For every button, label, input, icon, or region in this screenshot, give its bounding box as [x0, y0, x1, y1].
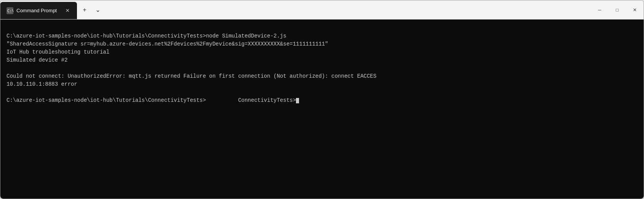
window-controls: ─ □ ✕ [591, 0, 644, 19]
svg-text:C:\: C:\ [7, 9, 13, 13]
terminal-line: Could not connect: UnauthorizedError: mq… [7, 72, 637, 80]
terminal-window: C:\ Command Prompt ✕ + ⌄ ─ □ ✕ C:\azure-… [0, 0, 644, 199]
terminal-line [7, 64, 637, 72]
terminal-output[interactable]: C:\azure-iot-samples-node\iot-hub\Tutori… [0, 20, 644, 199]
active-tab[interactable]: C:\ Command Prompt ✕ [0, 2, 77, 19]
terminal-line [7, 24, 637, 32]
cursor [296, 98, 299, 103]
maximize-button[interactable]: □ [608, 0, 626, 20]
tab-area: C:\ Command Prompt ✕ + ⌄ [0, 0, 591, 19]
tab-controls: + ⌄ [77, 0, 105, 19]
new-tab-button[interactable]: + [78, 4, 91, 16]
minimize-button[interactable]: ─ [591, 0, 608, 20]
tab-dropdown-button[interactable]: ⌄ [92, 4, 104, 16]
terminal-line: "SharedAccessSignature sr=myhub.azure-de… [7, 40, 637, 48]
tab-title: Command Prompt [16, 8, 61, 13]
titlebar: C:\ Command Prompt ✕ + ⌄ ─ □ ✕ [0, 0, 644, 20]
close-button[interactable]: ✕ [626, 0, 644, 20]
terminal-line: IoT Hub troubleshooting tutorial [7, 48, 637, 56]
terminal-line [7, 88, 637, 96]
tab-close-button[interactable]: ✕ [64, 7, 71, 14]
terminal-prompt-line: C:\azure-iot-samples-node\iot-hub\Tutori… [7, 96, 637, 104]
terminal-line: C:\azure-iot-samples-node\iot-hub\Tutori… [7, 32, 637, 40]
terminal-line: 10.10.110.1:8883 error [7, 80, 637, 88]
cmd-icon: C:\ [7, 7, 13, 14]
terminal-line: Simulated device #2 [7, 56, 637, 64]
